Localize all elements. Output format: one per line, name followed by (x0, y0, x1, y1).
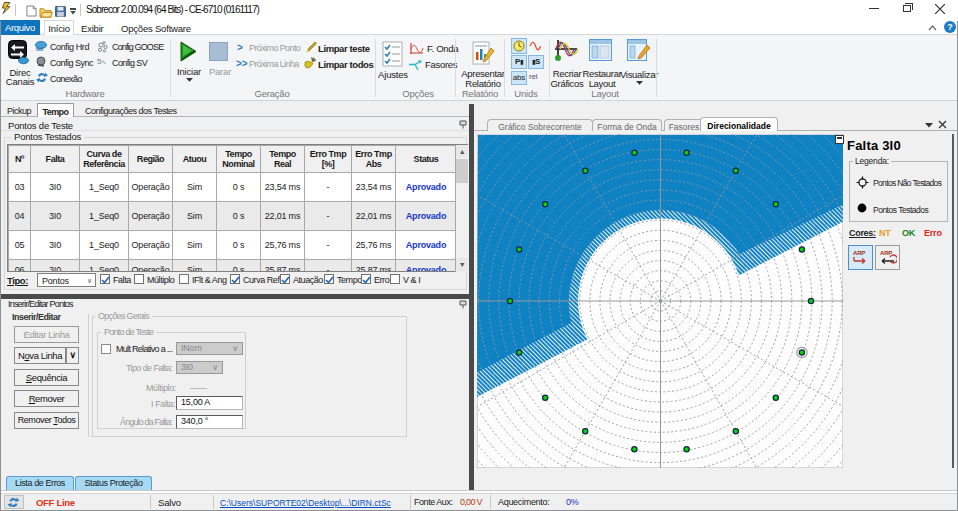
svg-text:ARP: ARP (880, 250, 892, 256)
svg-text:ARP: ARP (853, 250, 865, 256)
svg-text:hrd: hrd (36, 47, 43, 52)
